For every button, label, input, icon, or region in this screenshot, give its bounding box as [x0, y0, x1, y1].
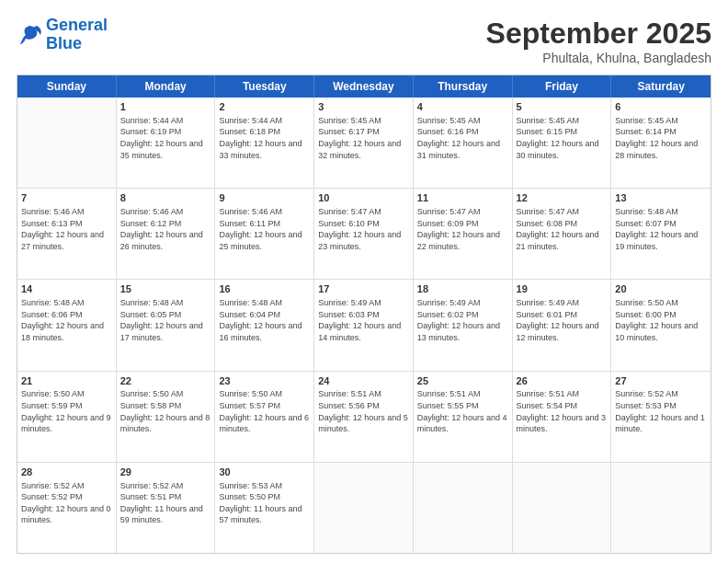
day-number: 27 — [615, 374, 707, 388]
cell-info: Sunrise: 5:52 AMSunset: 5:53 PMDaylight:… — [615, 388, 707, 434]
calendar-cell: 28Sunrise: 5:52 AMSunset: 5:52 PMDayligh… — [17, 463, 117, 553]
cell-info: Sunrise: 5:50 AMSunset: 6:00 PMDaylight:… — [615, 297, 707, 343]
day-number: 12 — [517, 191, 608, 205]
logo: General Blue — [17, 17, 108, 53]
day-number: 10 — [318, 191, 409, 205]
calendar-cell: 2Sunrise: 5:44 AMSunset: 6:18 PMDaylight… — [215, 98, 314, 188]
day-number: 29 — [120, 465, 211, 479]
calendar-cell: 10Sunrise: 5:47 AMSunset: 6:10 PMDayligh… — [314, 189, 414, 279]
calendar-cell: 1Sunrise: 5:44 AMSunset: 6:19 PMDaylight… — [117, 98, 216, 188]
day-number: 17 — [318, 282, 409, 296]
cell-info: Sunrise: 5:47 AMSunset: 6:08 PMDaylight:… — [517, 206, 608, 252]
calendar-cell: 12Sunrise: 5:47 AMSunset: 6:08 PMDayligh… — [513, 189, 612, 279]
day-number: 20 — [615, 282, 707, 296]
cell-info: Sunrise: 5:50 AMSunset: 5:58 PMDaylight:… — [120, 388, 211, 434]
calendar-cell: 18Sunrise: 5:49 AMSunset: 6:02 PMDayligh… — [414, 280, 513, 370]
calendar-cell: 30Sunrise: 5:53 AMSunset: 5:50 PMDayligh… — [215, 463, 314, 553]
day-number: 15 — [120, 282, 211, 296]
logo-text: General Blue — [46, 17, 108, 53]
calendar-cell: 17Sunrise: 5:49 AMSunset: 6:03 PMDayligh… — [314, 280, 414, 370]
calendar-cell: 16Sunrise: 5:48 AMSunset: 6:04 PMDayligh… — [215, 280, 314, 370]
calendar: SundayMondayTuesdayWednesdayThursdayFrid… — [17, 75, 711, 554]
month-title: September 2025 — [486, 17, 711, 51]
cell-info: Sunrise: 5:53 AMSunset: 5:50 PMDaylight:… — [219, 480, 310, 526]
header: General Blue September 2025 Phultala, Kh… — [17, 17, 711, 65]
page: General Blue September 2025 Phultala, Kh… — [0, 0, 728, 563]
calendar-row: 21Sunrise: 5:50 AMSunset: 5:59 PMDayligh… — [17, 372, 711, 463]
calendar-row: 28Sunrise: 5:52 AMSunset: 5:52 PMDayligh… — [17, 463, 711, 553]
calendar-cell: 8Sunrise: 5:46 AMSunset: 6:12 PMDaylight… — [117, 189, 216, 279]
calendar-cell: 5Sunrise: 5:45 AMSunset: 6:15 PMDaylight… — [513, 98, 612, 188]
cell-info: Sunrise: 5:44 AMSunset: 6:18 PMDaylight:… — [219, 115, 310, 161]
calendar-cell: 11Sunrise: 5:47 AMSunset: 6:09 PMDayligh… — [414, 189, 513, 279]
cell-info: Sunrise: 5:46 AMSunset: 6:13 PMDaylight:… — [21, 206, 112, 252]
day-number: 18 — [417, 282, 508, 296]
day-number: 13 — [615, 191, 707, 205]
calendar-row: 1Sunrise: 5:44 AMSunset: 6:19 PMDaylight… — [17, 98, 711, 189]
cell-info: Sunrise: 5:45 AMSunset: 6:16 PMDaylight:… — [417, 115, 508, 161]
day-number: 6 — [615, 100, 707, 114]
calendar-cell: 21Sunrise: 5:50 AMSunset: 5:59 PMDayligh… — [17, 372, 117, 462]
day-number: 30 — [219, 465, 310, 479]
calendar-row: 14Sunrise: 5:48 AMSunset: 6:06 PMDayligh… — [17, 280, 711, 371]
calendar-cell — [513, 463, 612, 553]
day-number: 2 — [219, 100, 310, 114]
cell-info: Sunrise: 5:45 AMSunset: 6:14 PMDaylight:… — [615, 115, 707, 161]
day-number: 28 — [21, 465, 112, 479]
calendar-cell: 6Sunrise: 5:45 AMSunset: 6:14 PMDaylight… — [611, 98, 711, 188]
day-number: 16 — [219, 282, 310, 296]
weekday-header: Sunday — [17, 75, 117, 98]
cell-info: Sunrise: 5:50 AMSunset: 5:59 PMDaylight:… — [21, 388, 112, 434]
weekday-header: Thursday — [414, 75, 513, 98]
weekday-header: Wednesday — [314, 75, 414, 98]
calendar-cell: 22Sunrise: 5:50 AMSunset: 5:58 PMDayligh… — [117, 372, 216, 462]
calendar-cell: 24Sunrise: 5:51 AMSunset: 5:56 PMDayligh… — [314, 372, 414, 462]
cell-info: Sunrise: 5:48 AMSunset: 6:04 PMDaylight:… — [219, 297, 310, 343]
cell-info: Sunrise: 5:47 AMSunset: 6:10 PMDaylight:… — [318, 206, 409, 252]
day-number: 8 — [120, 191, 211, 205]
cell-info: Sunrise: 5:49 AMSunset: 6:01 PMDaylight:… — [517, 297, 608, 343]
calendar-cell — [414, 463, 513, 553]
weekday-header: Tuesday — [215, 75, 314, 98]
logo-line1: General — [46, 16, 108, 34]
day-number: 9 — [219, 191, 310, 205]
weekday-header: Monday — [117, 75, 216, 98]
calendar-cell: 27Sunrise: 5:52 AMSunset: 5:53 PMDayligh… — [611, 372, 711, 462]
calendar-cell: 20Sunrise: 5:50 AMSunset: 6:00 PMDayligh… — [611, 280, 711, 370]
cell-info: Sunrise: 5:48 AMSunset: 6:05 PMDaylight:… — [120, 297, 211, 343]
calendar-body: 1Sunrise: 5:44 AMSunset: 6:19 PMDaylight… — [17, 98, 711, 553]
cell-info: Sunrise: 5:52 AMSunset: 5:51 PMDaylight:… — [120, 480, 211, 526]
calendar-cell — [611, 463, 711, 553]
day-number: 22 — [120, 374, 211, 388]
calendar-cell: 23Sunrise: 5:50 AMSunset: 5:57 PMDayligh… — [215, 372, 314, 462]
cell-info: Sunrise: 5:48 AMSunset: 6:07 PMDaylight:… — [615, 206, 707, 252]
weekday-header: Saturday — [611, 75, 711, 98]
day-number: 19 — [517, 282, 608, 296]
day-number: 1 — [120, 100, 211, 114]
location: Phultala, Khulna, Bangladesh — [486, 51, 711, 65]
calendar-cell — [314, 463, 414, 553]
day-number: 11 — [417, 191, 508, 205]
calendar-cell: 29Sunrise: 5:52 AMSunset: 5:51 PMDayligh… — [117, 463, 216, 553]
calendar-cell: 7Sunrise: 5:46 AMSunset: 6:13 PMDaylight… — [17, 189, 117, 279]
day-number: 5 — [517, 100, 608, 114]
cell-info: Sunrise: 5:48 AMSunset: 6:06 PMDaylight:… — [21, 297, 112, 343]
cell-info: Sunrise: 5:46 AMSunset: 6:11 PMDaylight:… — [219, 206, 310, 252]
day-number: 7 — [21, 191, 112, 205]
weekday-header: Friday — [513, 75, 612, 98]
day-number: 21 — [21, 374, 112, 388]
cell-info: Sunrise: 5:45 AMSunset: 6:17 PMDaylight:… — [318, 115, 409, 161]
cell-info: Sunrise: 5:49 AMSunset: 6:02 PMDaylight:… — [417, 297, 508, 343]
calendar-cell: 3Sunrise: 5:45 AMSunset: 6:17 PMDaylight… — [314, 98, 414, 188]
cell-info: Sunrise: 5:51 AMSunset: 5:54 PMDaylight:… — [517, 388, 608, 434]
calendar-cell — [17, 98, 117, 188]
cell-info: Sunrise: 5:44 AMSunset: 6:19 PMDaylight:… — [120, 115, 211, 161]
day-number: 26 — [517, 374, 608, 388]
calendar-row: 7Sunrise: 5:46 AMSunset: 6:13 PMDaylight… — [17, 189, 711, 280]
day-number: 25 — [417, 374, 508, 388]
day-number: 14 — [21, 282, 112, 296]
cell-info: Sunrise: 5:51 AMSunset: 5:55 PMDaylight:… — [417, 388, 508, 434]
cell-info: Sunrise: 5:50 AMSunset: 5:57 PMDaylight:… — [219, 388, 310, 434]
logo-icon — [17, 22, 42, 48]
day-number: 24 — [318, 374, 409, 388]
